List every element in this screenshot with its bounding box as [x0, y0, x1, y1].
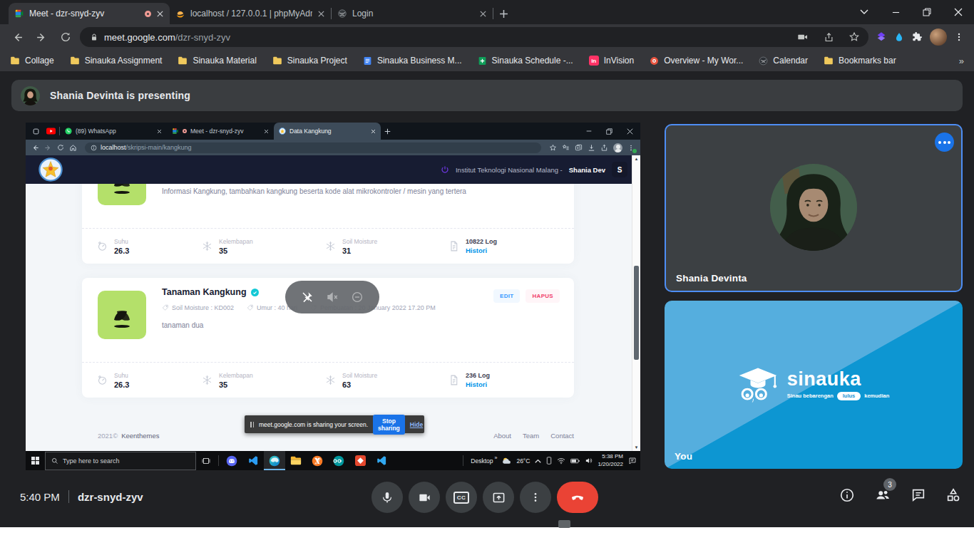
close-tab-icon[interactable] — [156, 10, 164, 18]
scroll-up-icon[interactable]: ▲ — [632, 157, 640, 161]
minimize-window-icon[interactable] — [578, 123, 599, 140]
browser-tab-login[interactable]: Login — [332, 3, 493, 24]
favorites-icon[interactable] — [549, 144, 557, 152]
desktop-toolbar[interactable]: Desktop» — [471, 457, 497, 465]
scrollbar-nub[interactable] — [558, 520, 570, 528]
collections-icon[interactable] — [562, 144, 570, 152]
bookmark-collage[interactable]: Collage — [10, 56, 54, 66]
footer-link-contact[interactable]: Contact — [550, 432, 574, 440]
tab-group-icon[interactable] — [575, 144, 583, 152]
power-icon[interactable] — [441, 165, 449, 174]
task-view-icon[interactable] — [196, 451, 216, 470]
user-avatar[interactable]: S — [612, 162, 627, 177]
file-explorer-icon[interactable] — [285, 451, 307, 470]
xampp-icon[interactable] — [307, 451, 328, 470]
scroll-down-icon[interactable]: ▼ — [632, 445, 640, 450]
arduino-icon[interactable] — [328, 451, 349, 470]
close-tab-icon[interactable] — [371, 129, 376, 134]
meeting-details-icon[interactable] — [839, 487, 855, 503]
close-window-icon[interactable] — [620, 123, 640, 140]
participant-tile-shania[interactable]: Shania Devinta — [665, 124, 963, 292]
profile-avatar[interactable] — [930, 28, 947, 46]
bookmark-bookmarks-bar-folder[interactable]: Bookmarks bar — [824, 56, 896, 66]
hide-sharing-bar-link[interactable]: Hide — [410, 421, 423, 428]
discord-icon[interactable] — [221, 451, 242, 470]
youtube-pinned-icon[interactable] — [43, 123, 59, 140]
tile-menu-button[interactable] — [935, 133, 954, 152]
extension-drop-icon[interactable] — [894, 31, 904, 43]
scanner-app-icon[interactable] — [349, 451, 371, 470]
bookmarks-overflow-icon[interactable]: » — [959, 56, 964, 66]
delete-button[interactable]: HAPUS — [526, 289, 560, 303]
notification-center-icon[interactable] — [628, 457, 637, 465]
forward-icon[interactable] — [31, 27, 51, 47]
footer-link-team[interactable]: Team — [523, 432, 539, 440]
new-tab-button[interactable] — [493, 4, 513, 24]
extensions-puzzle-icon[interactable] — [911, 31, 923, 43]
shared-screen-tile[interactable]: (89) WhatsApp Meet - dzr-snyd-zyv Data K… — [26, 123, 640, 470]
bookmark-sinauka-business[interactable]: Sinauka Business M... — [363, 56, 462, 66]
bookmark-sinauka-material[interactable]: Sinauka Material — [178, 56, 256, 66]
bookmark-star-icon[interactable] — [844, 28, 864, 46]
remove-from-call-icon[interactable] — [351, 291, 364, 304]
share-icon[interactable] — [600, 144, 608, 152]
vscode-icon-2[interactable] — [371, 451, 392, 470]
reload-icon[interactable] — [57, 144, 64, 151]
bookmark-sinauka-schedule[interactable]: Sinauka Schedule -... — [478, 56, 573, 66]
taskbar-clock[interactable]: 5:38 PM1/20/2022 — [598, 453, 623, 468]
edit-button[interactable]: EDIT — [493, 289, 520, 303]
footer-brand[interactable]: Keenthemes — [121, 432, 159, 440]
inner-tab-data-kangkung[interactable]: Data Kangkung — [274, 123, 381, 140]
footer-link-about[interactable]: About — [493, 432, 511, 440]
close-tab-icon[interactable] — [157, 129, 162, 134]
chat-icon[interactable] — [911, 487, 926, 503]
new-tab-button[interactable] — [381, 123, 394, 140]
restore-window-icon[interactable] — [599, 123, 620, 140]
browser-tab-phpmyadmin[interactable]: localhost / 127.0.0.1 | phpMyAdm — [170, 3, 331, 24]
tab-search-icon[interactable] — [29, 123, 43, 140]
end-call-button[interactable] — [557, 482, 598, 513]
volume-icon[interactable] — [585, 457, 593, 465]
inner-tab-whatsapp[interactable]: (89) WhatsApp — [60, 123, 167, 140]
histori-link[interactable]: Histori — [466, 247, 497, 254]
extension-layers-icon[interactable] — [876, 31, 887, 43]
browser-tab-meet[interactable]: Meet - dzr-snyd-zyv — [9, 3, 170, 24]
inner-tab-meet[interactable]: Meet - dzr-snyd-zyv — [167, 123, 274, 140]
close-tab-icon[interactable] — [317, 10, 325, 18]
vscode-icon[interactable] — [242, 451, 264, 470]
back-icon[interactable] — [7, 27, 27, 47]
tray-expand-icon[interactable] — [535, 459, 541, 463]
microphone-button[interactable] — [371, 482, 403, 513]
battery-icon[interactable] — [570, 458, 580, 464]
histori-link[interactable]: Histori — [466, 380, 490, 388]
profile-avatar[interactable] — [613, 143, 622, 152]
wifi-icon[interactable] — [557, 457, 565, 465]
scrollbar-thumb[interactable] — [634, 266, 639, 360]
inner-address-bar[interactable]: localhost/skripsi-main/kangkung — [85, 142, 541, 153]
bookmark-invision[interactable]: inInVision — [589, 56, 634, 66]
back-icon[interactable] — [31, 144, 39, 152]
bookmark-calendar[interactable]: Calendar — [759, 56, 808, 66]
stop-sharing-button[interactable]: Stop sharing — [373, 415, 405, 435]
tab-search-chevron-icon[interactable] — [849, 0, 880, 24]
activities-icon[interactable] — [945, 487, 961, 503]
search-input[interactable]: Type here to search — [45, 452, 196, 470]
browser-menu-icon[interactable] — [954, 31, 964, 43]
start-button-icon[interactable] — [26, 451, 45, 470]
phone-link-icon[interactable] — [546, 457, 552, 465]
home-icon[interactable] — [69, 144, 77, 152]
audio-muted-icon[interactable] — [326, 291, 339, 304]
participants-icon[interactable]: 3 — [874, 487, 891, 503]
bookmark-sinauka-project[interactable]: Sinauka Project — [272, 56, 347, 66]
more-options-button[interactable] — [520, 482, 551, 513]
address-bar[interactable]: meet.google.com/dzr-snyd-zyv — [80, 27, 868, 47]
bookmark-overview[interactable]: Overview - My Wor... — [650, 56, 743, 66]
downloads-icon[interactable] — [588, 144, 595, 152]
bookmark-sinauka-assignment[interactable]: Sinauka Assignment — [70, 56, 163, 66]
unpin-icon[interactable] — [301, 291, 314, 304]
close-tab-icon[interactable] — [264, 129, 269, 134]
drag-handle-icon[interactable] — [250, 422, 254, 427]
close-tab-icon[interactable] — [479, 10, 487, 18]
browser-menu-icon[interactable] — [627, 144, 635, 152]
camera-in-use-icon[interactable] — [793, 28, 813, 46]
